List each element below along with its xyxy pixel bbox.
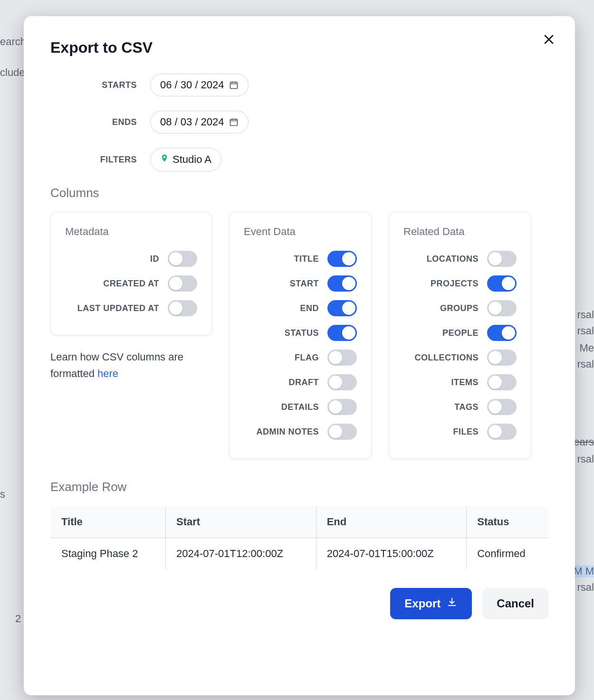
event-data-card: Event Data TITLESTARTENDSTATUSFLAGDRAFTD… (229, 212, 372, 459)
toggle-draft[interactable] (327, 374, 357, 390)
toggle-row: GROUPS (403, 296, 517, 321)
event-data-card-title: Event Data (244, 226, 357, 238)
toggle-last-updated-at[interactable] (168, 300, 197, 316)
toggle-row: DETAILS (244, 395, 357, 419)
svg-rect-1 (230, 119, 237, 125)
toggle-row: PEOPLE (403, 321, 517, 345)
toggle-label: PEOPLE (442, 328, 479, 338)
toggle-row: DRAFT (244, 370, 357, 395)
download-icon (446, 596, 458, 611)
toggle-row: START (244, 271, 357, 296)
filter-chip-studio-a[interactable]: Studio A (150, 148, 221, 171)
toggle-label: ID (150, 254, 159, 264)
toggle-row: FLAG (244, 345, 357, 370)
toggle-files[interactable] (487, 424, 517, 440)
example-th-title: Title (51, 506, 166, 538)
toggle-collections[interactable] (487, 350, 517, 366)
toggle-label: ITEMS (451, 378, 479, 388)
toggle-label: DETAILS (281, 402, 319, 412)
toggle-locations[interactable] (487, 251, 517, 267)
toggle-groups[interactable] (487, 300, 517, 316)
example-td-end: 2024-07-01T15:00:00Z (316, 538, 467, 570)
close-button[interactable] (542, 32, 556, 48)
bg-text: clude (0, 66, 25, 79)
toggle-row: LAST UPDATED AT (65, 296, 197, 321)
example-table: Title Start End Status Staging Phase 2 2… (50, 506, 548, 570)
related-data-card-title: Related Data (403, 226, 517, 238)
toggle-row: STATUS (244, 321, 357, 345)
toggle-row: END (244, 296, 357, 321)
toggle-details[interactable] (327, 399, 357, 415)
export-button[interactable]: Export (390, 588, 472, 619)
bg-text: rsal (577, 325, 594, 337)
calendar-icon (229, 117, 239, 127)
filters-label: FILTERS (77, 155, 137, 165)
toggle-label: TAGS (454, 402, 479, 412)
bg-text: rsal (577, 309, 594, 321)
bg-text: ears (574, 436, 594, 448)
bg-text: Me (579, 342, 594, 354)
bg-text: rsal (577, 453, 594, 465)
cancel-button[interactable]: Cancel (482, 588, 548, 619)
example-th-start: Start (166, 506, 316, 538)
filter-chip-label: Studio A (172, 153, 211, 166)
toggle-title[interactable] (327, 251, 357, 267)
ends-date-input[interactable]: 08 / 03 / 2024 (150, 111, 249, 133)
toggle-row: ITEMS (403, 370, 517, 395)
ends-label: ENDS (77, 117, 137, 127)
starts-label: STARTS (77, 80, 137, 90)
toggle-created-at[interactable] (168, 275, 197, 292)
toggle-tags[interactable] (487, 399, 517, 415)
ends-date-value: 08 / 03 / 2024 (160, 116, 224, 128)
bg-text: earch (0, 36, 26, 48)
example-td-status: Confirmed (467, 538, 548, 570)
toggle-row: ID (65, 246, 197, 271)
toggle-label: STATUS (285, 328, 319, 338)
example-td-start: 2024-07-01T12:00:00Z (166, 538, 316, 570)
helper-link-here[interactable]: here (97, 368, 118, 379)
toggle-label: START (290, 279, 319, 289)
toggle-row: TITLE (244, 246, 357, 271)
columns-heading: Columns (50, 186, 548, 200)
example-th-end: End (316, 506, 467, 538)
date-filter-form: STARTS 06 / 30 / 2024 ENDS 08 / 03 / 202… (77, 74, 548, 171)
toggle-projects[interactable] (487, 275, 517, 292)
toggle-id[interactable] (168, 251, 197, 267)
bg-text: rsal (577, 581, 594, 594)
modal-backdrop: earch clude s 2 rsal rsal Me rsal ears r… (0, 0, 594, 700)
modal-title: Export to CSV (50, 39, 548, 57)
svg-rect-0 (230, 82, 237, 88)
toggle-row: ADMIN NOTES (244, 419, 357, 444)
bg-text: rsal (577, 358, 594, 370)
metadata-card: Metadata IDCREATED ATLAST UPDATED AT (50, 212, 212, 335)
toggle-flag[interactable] (327, 350, 357, 366)
toggle-status[interactable] (327, 325, 357, 341)
toggle-label: COLLECTIONS (415, 353, 479, 363)
toggle-row: TAGS (403, 395, 517, 419)
toggle-end[interactable] (327, 300, 357, 316)
starts-date-value: 06 / 30 / 2024 (160, 79, 224, 91)
toggle-label: LAST UPDATED AT (77, 303, 159, 313)
calendar-icon (229, 80, 239, 90)
toggle-label: FILES (453, 427, 479, 437)
toggle-people[interactable] (487, 325, 517, 341)
starts-date-input[interactable]: 06 / 30 / 2024 (150, 74, 249, 96)
toggle-label: GROUPS (440, 303, 479, 313)
location-pin-icon (160, 153, 169, 166)
toggle-items[interactable] (487, 374, 517, 390)
toggle-admin-notes[interactable] (327, 424, 357, 440)
toggle-row: CREATED AT (65, 271, 197, 296)
bg-text: 2 (15, 613, 21, 625)
related-data-card: Related Data LOCATIONSPROJECTSGROUPSPEOP… (389, 212, 531, 459)
toggle-row: COLLECTIONS (403, 345, 517, 370)
toggle-label: TITLE (294, 254, 319, 264)
toggle-label: DRAFT (289, 378, 319, 388)
toggle-start[interactable] (327, 275, 357, 292)
toggle-row: FILES (403, 419, 517, 444)
helper-text: Learn how CSV columns are formatted here (50, 349, 193, 382)
example-row-heading: Example Row (50, 480, 548, 494)
toggle-label: PROJECTS (431, 279, 479, 289)
toggle-label: END (300, 303, 319, 313)
metadata-card-title: Metadata (65, 226, 197, 238)
export-csv-modal: Export to CSV STARTS 06 / 30 / 2024 ENDS… (24, 16, 575, 695)
